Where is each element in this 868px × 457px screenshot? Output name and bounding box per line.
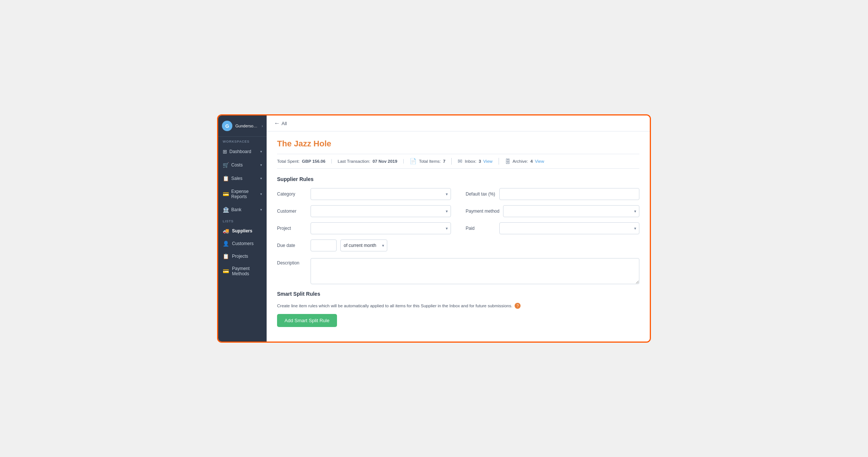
supplier-rules-form: Category Default tax (%) — [277, 188, 639, 251]
inbox-icon: ✉ — [458, 158, 462, 165]
total-spent: Total Spent: GBP 156.06 — [277, 159, 332, 164]
customer-select[interactable] — [311, 205, 451, 217]
back-label: All — [282, 121, 287, 126]
payment-method-select[interactable] — [503, 205, 639, 217]
sidebar-item-projects[interactable]: 📋 Projects — [218, 250, 267, 263]
org-avatar: G — [222, 121, 232, 131]
due-date-period-select[interactable]: of current month — [340, 239, 387, 251]
category-select[interactable] — [311, 188, 451, 200]
payment-method-label: Payment method — [466, 209, 500, 214]
default-tax-input[interactable] — [499, 188, 640, 200]
project-row: Project — [277, 222, 451, 234]
sidebar-item-dashboard[interactable]: ⊞ Dashboard ▾ — [218, 145, 267, 158]
archive-label: Archive: — [513, 159, 528, 164]
sidebar-item-label: Payment Methods — [232, 266, 262, 276]
smart-split-title: Smart Split Rules — [277, 291, 639, 297]
default-tax-control — [499, 188, 640, 200]
sidebar-item-label: Customers — [232, 241, 254, 246]
projects-icon: 📋 — [223, 253, 229, 259]
main-content: ← All The Jazz Hole Total Spent: GBP 156… — [267, 115, 650, 342]
smart-split-description: Create line item rules which will be aut… — [277, 303, 639, 309]
paid-row: Paid — [466, 222, 640, 234]
suppliers-icon: 🚚 — [223, 228, 229, 234]
description-label: Description — [277, 258, 307, 266]
back-arrow-icon: ← — [274, 120, 280, 127]
chevron-down-icon: ▾ — [260, 163, 262, 167]
archive-meta: 🗄 Archive: 4 View — [499, 158, 550, 165]
sidebar-item-label: Projects — [232, 254, 248, 259]
chevron-down-icon: ▾ — [260, 177, 262, 180]
due-date-period-wrap: of current month — [340, 239, 387, 251]
bank-icon: 🏦 — [223, 207, 229, 213]
sidebar-item-payment-methods[interactable]: 💳 Payment Methods — [218, 263, 267, 280]
costs-icon: 🛒 — [223, 162, 229, 168]
sidebar-item-bank[interactable]: 🏦 Bank ▾ — [218, 203, 267, 216]
payment-method-control — [503, 205, 639, 217]
chevron-down-icon: ▾ — [260, 208, 262, 212]
total-spent-label: Total Spent: — [277, 159, 300, 164]
archive-view-link[interactable]: View — [535, 159, 544, 164]
payment-method-row: Payment method — [466, 205, 640, 217]
org-name: Gunderson Accou... — [235, 124, 259, 128]
customer-control — [311, 205, 451, 217]
due-date-row: Due date of current month — [277, 239, 451, 251]
category-label: Category — [277, 191, 307, 197]
description-textarea[interactable] — [311, 258, 639, 284]
lists-label: LISTS — [218, 216, 267, 225]
sidebar-item-label: Suppliers — [232, 228, 252, 234]
expense-reports-icon: 💳 — [223, 191, 229, 197]
document-icon: 📄 — [410, 158, 417, 165]
paid-control — [499, 222, 640, 234]
total-items: 📄 Total Items: 7 — [404, 158, 452, 165]
last-transaction-value: 07 Nov 2019 — [372, 159, 397, 164]
smart-split-section: Smart Split Rules Create line item rules… — [277, 291, 639, 327]
paid-label: Paid — [466, 226, 496, 231]
sidebar-item-costs[interactable]: 🛒 Costs ▾ — [218, 158, 267, 172]
sidebar-item-label: Bank — [231, 207, 258, 212]
category-row: Category — [277, 188, 451, 200]
inbox-count: 3 — [478, 159, 481, 164]
sidebar-item-label: Sales — [231, 176, 258, 181]
chevron-down-icon: ▾ — [260, 192, 262, 196]
inbox-label: Inbox: — [465, 159, 476, 164]
customer-row: Customer — [277, 205, 451, 217]
back-button[interactable]: ← All — [274, 120, 287, 127]
payment-methods-icon: 💳 — [223, 268, 229, 274]
sidebar: G Gunderson Accou... › WORKSPACES ⊞ Dash… — [218, 115, 267, 342]
description-row: Description — [277, 258, 639, 284]
archive-count: 4 — [530, 159, 532, 164]
customers-icon: 👤 — [223, 241, 229, 247]
project-control — [311, 222, 451, 234]
sidebar-item-label: Dashboard — [229, 149, 258, 154]
last-transaction-label: Last Transaction: — [338, 159, 371, 164]
customer-label: Customer — [277, 209, 307, 214]
org-chevron-icon: › — [262, 124, 263, 128]
due-date-day-input[interactable] — [311, 239, 337, 251]
paid-select[interactable] — [499, 222, 640, 234]
dashboard-icon: ⊞ — [223, 149, 227, 155]
due-date-control: of current month — [311, 239, 387, 251]
default-tax-row: Default tax (%) — [466, 188, 640, 200]
archive-icon: 🗄 — [505, 158, 511, 165]
project-select[interactable] — [311, 222, 451, 234]
sidebar-item-sales[interactable]: 📋 Sales ▾ — [218, 172, 267, 185]
sidebar-item-expense-reports[interactable]: 💳 Expense Reports ▾ — [218, 185, 267, 203]
add-smart-split-rule-button[interactable]: Add Smart Split Rule — [277, 314, 337, 327]
total-items-label: Total Items: — [419, 159, 441, 164]
page-title: The Jazz Hole — [277, 139, 639, 149]
meta-bar: Total Spent: GBP 156.06 Last Transaction… — [277, 154, 639, 169]
org-switcher[interactable]: G Gunderson Accou... › — [218, 115, 267, 137]
sidebar-item-label: Costs — [231, 162, 258, 168]
sidebar-item-label: Expense Reports — [231, 189, 258, 199]
inbox-view-link[interactable]: View — [483, 159, 493, 164]
project-label: Project — [277, 226, 307, 231]
total-spent-value: GBP 156.06 — [302, 159, 325, 164]
supplier-rules-title: Supplier Rules — [277, 176, 639, 182]
help-icon[interactable]: ? — [515, 303, 521, 309]
default-tax-label: Default tax (%) — [466, 191, 496, 197]
sidebar-item-customers[interactable]: 👤 Customers — [218, 237, 267, 250]
page-content: The Jazz Hole Total Spent: GBP 156.06 La… — [267, 131, 650, 342]
topbar: ← All — [267, 115, 650, 131]
total-items-value: 7 — [443, 159, 445, 164]
sidebar-item-suppliers[interactable]: 🚚 Suppliers — [218, 225, 267, 237]
